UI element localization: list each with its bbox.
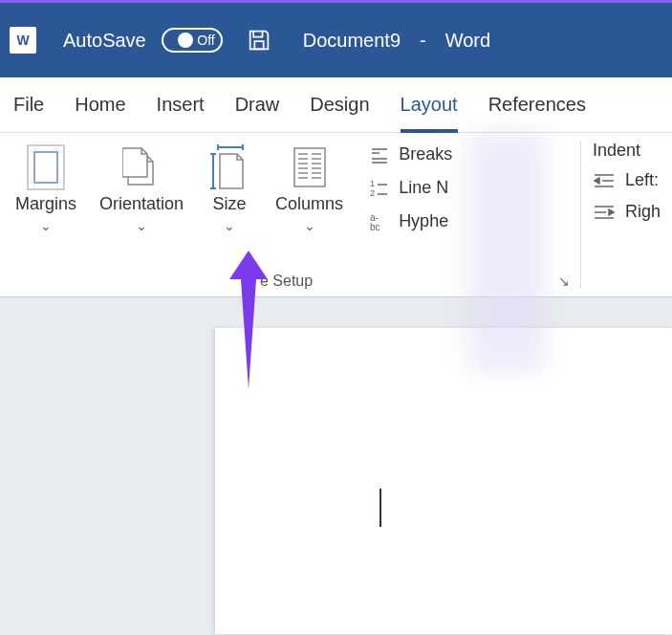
columns-label: Columns bbox=[275, 194, 343, 214]
page-setup-dialog-launcher[interactable]: ↘ bbox=[558, 274, 570, 289]
tab-home[interactable]: Home bbox=[75, 90, 125, 120]
breaks-label: Breaks bbox=[399, 144, 452, 164]
line-numbers-icon: 1 2 bbox=[370, 179, 389, 198]
titlebar: W AutoSave Off Document9 - Word bbox=[0, 3, 672, 77]
orientation-label: Orientation bbox=[99, 194, 184, 214]
columns-icon bbox=[287, 144, 333, 190]
margins-button[interactable]: Margins ⌄ bbox=[8, 141, 84, 270]
indent-header: Indent bbox=[593, 141, 661, 161]
orientation-button[interactable]: Orientation ⌄ bbox=[92, 141, 191, 270]
tab-references[interactable]: References bbox=[488, 90, 586, 120]
autosave-toggle[interactable]: Off bbox=[162, 28, 223, 53]
svg-rect-2 bbox=[34, 152, 57, 183]
annotation-blur bbox=[468, 132, 545, 371]
size-icon bbox=[206, 144, 252, 190]
breaks-icon bbox=[370, 145, 389, 164]
hyphenation-icon: a- bc bbox=[370, 212, 389, 231]
hyphenation-label: Hyphe bbox=[399, 211, 448, 231]
document-canvas bbox=[0, 297, 672, 635]
tab-file[interactable]: File bbox=[13, 90, 44, 120]
ribbon-tabs: File Home Insert Draw Design Layout Refe… bbox=[0, 77, 672, 133]
ribbon: Margins ⌄ Orientation ⌄ bbox=[0, 133, 672, 297]
chevron-down-icon: ⌄ bbox=[40, 218, 52, 233]
svg-text:bc: bc bbox=[370, 222, 380, 231]
chevron-down-icon: ⌄ bbox=[304, 218, 315, 233]
indent-right-label: Righ bbox=[625, 202, 661, 222]
indent-group: Indent Left: Righ bbox=[581, 133, 672, 296]
chevron-down-icon: ⌄ bbox=[136, 218, 147, 233]
indent-right-row[interactable]: Righ bbox=[593, 202, 661, 222]
autosave-state-text: Off bbox=[197, 33, 214, 48]
size-label: Size bbox=[213, 194, 247, 214]
save-icon[interactable] bbox=[246, 27, 272, 54]
margins-icon bbox=[23, 144, 69, 190]
document-page[interactable] bbox=[215, 328, 672, 634]
tab-design[interactable]: Design bbox=[310, 90, 369, 120]
indent-left-icon bbox=[593, 171, 616, 190]
orientation-icon bbox=[119, 144, 164, 190]
indent-right-icon bbox=[593, 203, 616, 222]
tab-layout[interactable]: Layout bbox=[401, 90, 458, 120]
indent-left-label: Left: bbox=[625, 170, 659, 190]
tab-draw[interactable]: Draw bbox=[235, 90, 280, 120]
tab-insert[interactable]: Insert bbox=[157, 90, 205, 120]
title-separator: - bbox=[420, 30, 426, 52]
svg-text:1: 1 bbox=[370, 179, 375, 188]
svg-text:2: 2 bbox=[370, 188, 375, 198]
columns-button[interactable]: Columns ⌄ bbox=[268, 141, 351, 270]
chevron-down-icon: ⌄ bbox=[224, 218, 235, 233]
word-app-icon: W bbox=[10, 27, 36, 54]
autosave-label: AutoSave bbox=[63, 30, 146, 52]
svg-rect-0 bbox=[254, 41, 263, 49]
indent-left-row[interactable]: Left: bbox=[593, 170, 661, 190]
margins-label: Margins bbox=[15, 194, 76, 214]
line-numbers-label: Line N bbox=[399, 178, 448, 198]
annotation-arrow bbox=[220, 251, 277, 394]
text-cursor bbox=[379, 489, 381, 527]
app-name: Word bbox=[445, 30, 490, 52]
document-name[interactable]: Document9 bbox=[303, 30, 401, 52]
